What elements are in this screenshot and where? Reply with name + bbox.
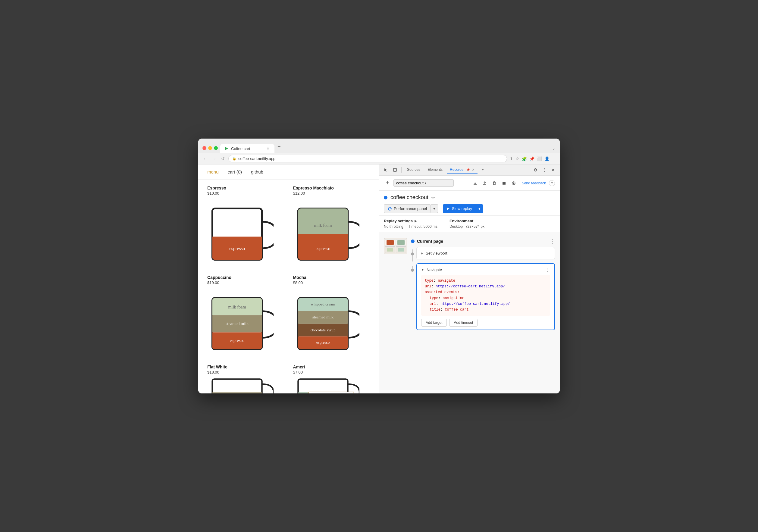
recording-controls: Performance panel ▾ Slow replay ▾ [384, 204, 555, 213]
export-button[interactable] [471, 180, 479, 186]
refresh-button[interactable]: ↺ [220, 156, 226, 162]
site-nav: menu cart (0) github [198, 164, 379, 180]
svg-rect-37 [504, 182, 505, 185]
close-button[interactable] [202, 146, 206, 150]
add-timeout-button[interactable]: Add timeout [449, 319, 477, 326]
americano-mug [293, 378, 360, 393]
screenshot-icon[interactable]: ⬜ [537, 156, 542, 161]
coffee-item-americano[interactable]: Americano $7.00 Total: $0.00 [293, 364, 370, 393]
timeout-label: Timeout: 5000 ms [408, 224, 437, 229]
coffee-item-espresso[interactable]: Espresso $10.00 espresso [207, 185, 284, 266]
play-recording-button[interactable] [500, 180, 508, 186]
import-button[interactable] [481, 180, 489, 186]
navigate-menu-icon[interactable]: ⋮ [545, 267, 550, 273]
svg-text:chocolate syrup: chocolate syrup [310, 328, 336, 332]
more-options-button[interactable]: ⋮ [540, 166, 548, 174]
traffic-lights [202, 146, 218, 153]
delete-button[interactable] [491, 180, 498, 186]
step-menu-icon[interactable]: ⋮ [546, 250, 550, 256]
svg-rect-36 [502, 182, 504, 185]
timeline-row: Current page ⋮ [379, 236, 560, 333]
resolution-label: 723×574 px [465, 224, 484, 229]
add-target-button[interactable]: Add target [421, 319, 447, 326]
navigate-step-header: ▼ Navigate ⋮ [421, 267, 550, 273]
coffee-name: Americano [293, 364, 370, 369]
throttling-label: No throttling [384, 224, 403, 229]
perf-panel-group: Performance panel ▾ [384, 204, 438, 213]
replay-settings-details: No throttling | Timeout: 5000 ms [384, 224, 437, 229]
recorder-close-icon[interactable]: ✕ [472, 168, 474, 171]
address-actions: ⬆ ☆ 🧩 📌 ⬜ 👤 ⋮ [509, 156, 556, 161]
selector-dropdown-icon: ▾ [425, 182, 426, 185]
browser-window: Coffee cart ✕ + ⌄ ← → ↺ 🔒 coffee-cart.ne… [198, 139, 560, 393]
share-icon[interactable]: ⬆ [509, 156, 513, 161]
steps-list: Current page ⋮ [411, 238, 555, 330]
coffee-item-flatwhite[interactable]: Flat White $18.00 [207, 364, 284, 393]
minimize-button[interactable] [208, 146, 212, 150]
inspect-tool-button[interactable] [391, 167, 399, 173]
main-content: menu cart (0) github Espresso $10.00 [198, 164, 560, 393]
forward-button[interactable]: → [211, 156, 218, 162]
performance-panel-button[interactable]: Performance panel [384, 204, 431, 213]
page-thumbnail [384, 238, 407, 254]
coffee-item-macchiato[interactable]: Espresso Macchiato $12.00 milk foam [293, 185, 370, 266]
send-feedback-link[interactable]: Send feedback [522, 181, 546, 185]
recording-selector[interactable]: coffee checkout ▾ [394, 179, 454, 187]
replay-settings-title[interactable]: Replay settings ▶ [384, 219, 437, 223]
back-button[interactable]: ← [202, 156, 208, 162]
svg-text:steamed milk: steamed milk [312, 315, 333, 319]
recording-selector-value: coffee checkout [396, 181, 424, 185]
add-recording-button[interactable]: + [384, 180, 391, 187]
url-bar[interactable]: 🔒 coffee-cart.netlify.app [228, 155, 507, 162]
coffee-name: Cappuccino [207, 275, 284, 280]
maximize-button[interactable] [214, 146, 218, 150]
environment-section: Environment Desktop 723×574 px [450, 219, 484, 229]
coffee-price: $10.00 [207, 191, 284, 195]
step-dot-2 [411, 269, 414, 272]
svg-text:steamed milk: steamed milk [226, 321, 249, 326]
tab-elements[interactable]: Elements [425, 166, 446, 174]
settings-button[interactable]: ⚙ [532, 166, 539, 174]
extensions-icon[interactable]: 🧩 [522, 156, 527, 161]
tab-close-button[interactable]: ✕ [265, 146, 270, 151]
new-tab-button[interactable]: + [274, 142, 284, 153]
close-devtools-button[interactable]: ✕ [550, 166, 557, 174]
profile-icon[interactable]: 👤 [544, 156, 550, 161]
coffee-name: Mocha [293, 275, 370, 280]
tab-sources[interactable]: Sources [404, 166, 423, 174]
svg-rect-32 [298, 379, 348, 394]
url-text: coffee-cart.netlify.app [238, 156, 275, 161]
nav-cart[interactable]: cart (0) [228, 169, 242, 175]
svg-text:espresso: espresso [229, 246, 245, 251]
menu-icon[interactable]: ⋮ [552, 156, 556, 161]
tab-recorder[interactable]: Recorder 📌 ✕ [447, 166, 477, 174]
pin-icon[interactable]: 📌 [529, 156, 534, 161]
slow-replay-dropdown[interactable]: ▾ [476, 204, 483, 213]
record-button[interactable] [510, 180, 518, 186]
edit-title-icon[interactable]: ✏ [431, 195, 435, 200]
svg-marker-0 [225, 147, 228, 150]
title-bar: Coffee cart ✕ + ⌄ [198, 139, 560, 153]
recording-title-area: coffee checkout ✏ Performance panel ▾ [379, 191, 560, 216]
svg-marker-40 [447, 208, 450, 210]
slow-replay-button[interactable]: Slow replay [443, 204, 476, 213]
coffee-item-cappuccino[interactable]: Cappuccino $19.00 milk foam [207, 275, 284, 355]
help-button[interactable]: ? [549, 180, 555, 186]
coffee-item-mocha[interactable]: Mocha $8.00 wh [293, 275, 370, 355]
perf-panel-dropdown[interactable]: ▾ [431, 204, 438, 213]
bookmark-icon[interactable]: ☆ [515, 156, 519, 161]
navigate-step-footer: Add target Add timeout [421, 319, 550, 326]
perf-panel-label: Performance panel [394, 206, 427, 211]
tab-area: Coffee cart ✕ + ⌄ [220, 142, 556, 153]
current-page-menu-icon[interactable]: ⋮ [550, 238, 555, 245]
tab-more-button[interactable]: ⌄ [552, 146, 556, 153]
devtools-toolbar: Sources Elements Recorder 📌 ✕ » ⚙ ⋮ ✕ [379, 164, 560, 176]
recording-title: coffee checkout [391, 194, 429, 201]
nav-github[interactable]: github [251, 169, 263, 175]
svg-text:espresso: espresso [316, 340, 329, 345]
cursor-tool-button[interactable] [382, 167, 390, 173]
browser-tab[interactable]: Coffee cart ✕ [220, 144, 274, 153]
nav-menu[interactable]: menu [207, 169, 219, 175]
tab-more[interactable]: » [479, 166, 487, 174]
environment-title: Environment [450, 219, 484, 223]
